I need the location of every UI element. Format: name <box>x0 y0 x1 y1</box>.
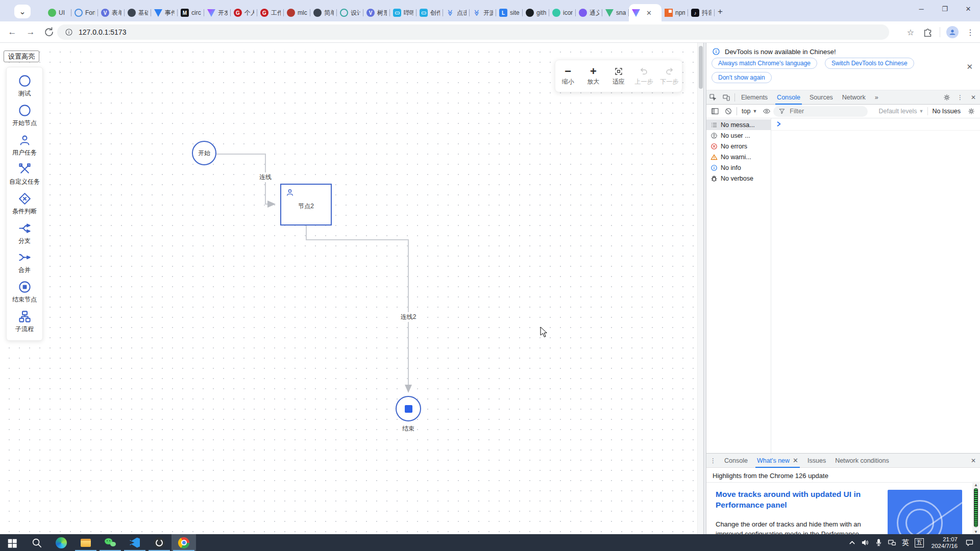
console-sidebar-toggle-icon[interactable] <box>708 105 722 118</box>
whats-new-scrollbar[interactable]: ▲ ▼ <box>972 482 979 535</box>
back-button[interactable]: ← <box>6 26 18 38</box>
browser-tab[interactable]: Lsite <box>496 4 523 21</box>
devtools-settings-icon[interactable] <box>940 91 953 104</box>
drawer-tab-close-icon[interactable]: ✕ <box>793 457 798 464</box>
profile-avatar[interactable] <box>946 26 959 38</box>
taskbar-chrome-button[interactable] <box>172 534 196 551</box>
browser-tab[interactable]: G个人 <box>231 4 257 21</box>
drawer-tab-issues[interactable]: Issues <box>803 454 830 468</box>
browser-tab[interactable]: 简单 <box>310 4 337 21</box>
browser-tab[interactable]: gith <box>523 4 549 21</box>
speaker-icon[interactable] <box>859 534 872 551</box>
palette-item-condition[interactable]: 条件判断 <box>7 189 42 219</box>
palette-item-circle[interactable]: 测试 <box>7 71 42 101</box>
browser-tab[interactable]: 通义 <box>576 4 602 21</box>
palette-item-circle[interactable]: 开始节点 <box>7 101 42 131</box>
toolbar-redo-button[interactable]: 下一步 <box>656 60 682 92</box>
browser-tab[interactable]: ≫开源 <box>470 4 496 21</box>
browser-tab-active[interactable]: ✕ <box>629 4 662 21</box>
default-levels-select[interactable]: Default levels▼ <box>874 108 927 115</box>
more-tabs-button[interactable]: » <box>870 90 883 105</box>
clear-console-icon[interactable] <box>722 105 735 118</box>
edge-label[interactable]: 连线 <box>254 172 277 182</box>
whats-new-article-title[interactable]: Move tracks around with updated UI in Pe… <box>716 489 884 510</box>
browser-tab[interactable]: Mcirc <box>178 4 204 21</box>
tab-sources[interactable]: Sources <box>805 90 838 105</box>
browser-tab[interactable]: ≫点击 <box>443 4 470 21</box>
palette-item-user[interactable]: 用户任务 <box>7 130 42 160</box>
console-filter-info[interactable]: No info <box>706 162 771 173</box>
browser-tab[interactable]: npm <box>662 4 688 21</box>
taskbar-search-button[interactable] <box>24 534 49 551</box>
switch-devtools-chinese-button[interactable]: Switch DevTools to Chinese <box>825 58 914 69</box>
reload-button[interactable] <box>43 26 55 38</box>
tab-search-button[interactable]: ⌄ <box>14 5 31 18</box>
palette-item-end[interactable]: 结束节点 <box>7 278 42 307</box>
browser-tab[interactable]: G工作 <box>257 4 284 21</box>
drawer-tab-what-s-new[interactable]: What's new✕ <box>752 454 803 468</box>
console-settings-icon[interactable] <box>965 105 978 118</box>
no-issues-label[interactable]: No Issues <box>928 108 965 115</box>
drawer-tab-console[interactable]: Console <box>720 454 752 468</box>
set-highlight-button[interactable]: 设置高亮 <box>4 51 39 62</box>
url-bar[interactable]: 127.0.0.1:5173 <box>57 24 889 40</box>
browser-tab[interactable]: 创作 <box>416 4 443 21</box>
clock[interactable]: 21:07 2024/7/16 <box>932 536 958 549</box>
toolbar-plus-button[interactable]: +放大 <box>581 60 606 92</box>
ime-mode-indicator[interactable]: 五 <box>915 538 924 547</box>
tab-close-icon[interactable]: ✕ <box>646 9 652 17</box>
page-scrollbar[interactable] <box>697 43 703 534</box>
page-scrollbar-thumb[interactable] <box>699 46 703 89</box>
tab-elements[interactable]: Elements <box>737 90 772 105</box>
browser-tab[interactable]: V树形 <box>363 4 390 21</box>
browser-menu-icon[interactable]: ⋮ <box>965 27 976 38</box>
scroll-up-icon[interactable]: ▲ <box>972 482 979 488</box>
device-toolbar-icon[interactable] <box>720 91 733 104</box>
microphone-icon[interactable] <box>872 534 886 551</box>
browser-tab[interactable]: 开发 <box>204 4 231 21</box>
scrollbar-thumb[interactable] <box>974 488 978 527</box>
console-filter-warning[interactable]: No warni... <box>706 152 771 162</box>
devtools-close-icon[interactable]: ✕ <box>967 91 980 104</box>
palette-item-branch[interactable]: 分支 <box>7 218 42 248</box>
palette-item-merge[interactable]: 合并 <box>7 248 42 278</box>
browser-tab[interactable]: icon <box>549 4 576 21</box>
window-minimize-button[interactable]: ─ <box>910 0 933 17</box>
drawer-tab-network-conditions[interactable]: Network conditions <box>830 454 894 468</box>
eye-icon[interactable] <box>760 105 773 118</box>
toolbar-undo-button[interactable]: 上一步 <box>631 60 657 92</box>
drawer-close-icon[interactable]: ✕ <box>967 454 980 467</box>
browser-tab[interactable]: V表单 <box>98 4 125 21</box>
execution-context-select[interactable]: top▼ <box>739 108 760 115</box>
toolbar-minus-button[interactable]: −缩小 <box>555 60 581 92</box>
inspect-element-icon[interactable] <box>706 91 720 104</box>
console-filter-usercircle[interactable]: No user ... <box>706 130 771 141</box>
browser-tab[interactable]: UI <box>45 4 71 21</box>
dont-show-again-button[interactable]: Don't show again <box>712 72 772 83</box>
edge-label[interactable]: 连线2 <box>394 312 423 322</box>
tab-network[interactable]: Network <box>838 90 870 105</box>
palette-item-custom[interactable]: 自定义任务 <box>7 160 42 189</box>
taskbar-start-button[interactable] <box>0 534 24 551</box>
taskbar-vscode-button[interactable] <box>122 534 147 551</box>
browser-tab[interactable]: 哔哩 <box>390 4 416 21</box>
end-node[interactable] <box>396 396 421 421</box>
user-task-node[interactable]: 节点2 <box>280 184 332 226</box>
console-filter-list[interactable]: No messa... <box>706 119 771 130</box>
notification-close-icon[interactable]: ✕ <box>966 62 973 71</box>
console-filter[interactable] <box>773 106 868 117</box>
browser-tab[interactable]: mlc <box>284 4 310 21</box>
tray-chevron-up-icon[interactable] <box>846 534 859 551</box>
start-node[interactable]: 开始 <box>192 141 216 165</box>
forward-button[interactable]: → <box>24 26 37 38</box>
taskbar-explorer-button[interactable] <box>74 534 98 551</box>
bookmark-star-icon[interactable]: ☆ <box>905 27 916 38</box>
window-maximize-button[interactable]: ❐ <box>933 0 957 17</box>
tab-console[interactable]: Console <box>772 90 805 105</box>
browser-tab[interactable]: 基础 <box>125 4 151 21</box>
browser-tab[interactable]: 设计 <box>337 4 363 21</box>
console-filter-bug[interactable]: No verbose <box>706 173 771 184</box>
new-tab-button[interactable]: + <box>714 5 727 18</box>
browser-tab[interactable]: Fon <box>71 4 98 21</box>
console-prompt[interactable] <box>771 118 980 131</box>
